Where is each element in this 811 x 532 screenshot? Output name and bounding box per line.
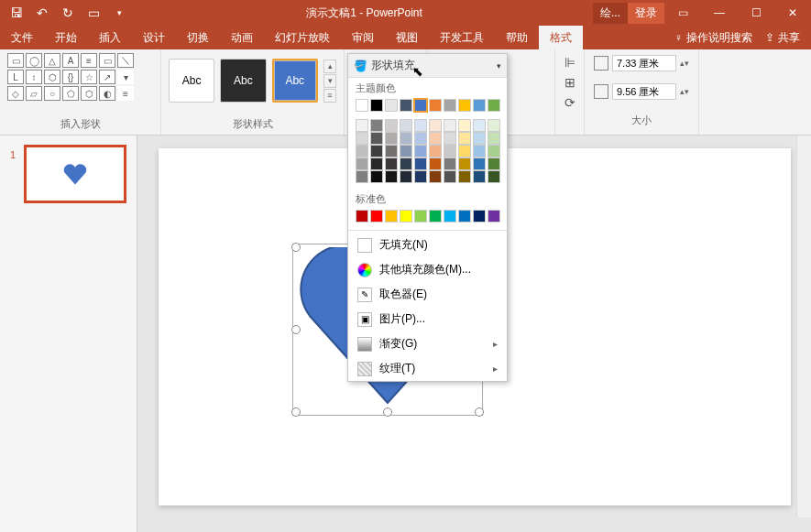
undo-icon[interactable]: ↶: [33, 4, 51, 22]
color-swatch[interactable]: [370, 157, 383, 170]
color-swatch[interactable]: [414, 210, 427, 223]
resize-handle-nw[interactable]: [291, 243, 301, 252]
color-swatch[interactable]: [488, 132, 500, 145]
save-icon[interactable]: 🖫: [7, 4, 26, 22]
color-swatch[interactable]: [400, 99, 412, 112]
shapes-gallery[interactable]: ▭◯△A≡▭＼ L↕⬡{}☆↗▾ ◇▱○⬠⬡◐≡: [7, 53, 153, 101]
gallery-up-icon[interactable]: ▴: [323, 60, 336, 73]
no-fill-item[interactable]: 无填充(N): [348, 233, 507, 257]
color-swatch[interactable]: [473, 132, 486, 145]
style-preset-1[interactable]: Abc: [169, 59, 214, 103]
color-swatch[interactable]: [488, 170, 500, 183]
rotate-icon[interactable]: ⟳: [564, 95, 575, 110]
color-swatch[interactable]: [429, 170, 442, 183]
color-swatch[interactable]: [414, 119, 427, 132]
tab-animations[interactable]: 动画: [220, 26, 264, 50]
tab-design[interactable]: 设计: [132, 26, 176, 50]
color-swatch[interactable]: [400, 170, 412, 183]
color-swatch[interactable]: [458, 99, 471, 112]
tab-slideshow[interactable]: 幻灯片放映: [264, 26, 341, 50]
color-swatch[interactable]: [473, 157, 486, 170]
redo-icon[interactable]: ↻: [59, 4, 77, 22]
color-swatch[interactable]: [370, 119, 383, 132]
color-swatch[interactable]: [444, 119, 456, 132]
color-swatch[interactable]: [370, 170, 383, 183]
tab-view[interactable]: 视图: [385, 26, 429, 50]
group-icon[interactable]: ⊞: [564, 75, 575, 90]
color-swatch[interactable]: [414, 132, 427, 145]
contextual-tab-draw[interactable]: 绘...: [593, 3, 628, 24]
gallery-down-icon[interactable]: ▾: [323, 74, 336, 88]
color-swatch[interactable]: [385, 157, 398, 170]
color-swatch[interactable]: [429, 210, 442, 223]
color-swatch[interactable]: [458, 210, 471, 223]
color-swatch[interactable]: [473, 99, 486, 112]
share-button[interactable]: ⇪共享: [765, 30, 800, 46]
maximize-icon[interactable]: ☐: [738, 0, 774, 26]
color-swatch[interactable]: [385, 119, 398, 132]
resize-handle-w[interactable]: [291, 325, 301, 334]
color-swatch[interactable]: [473, 210, 486, 223]
color-swatch[interactable]: [458, 145, 471, 157]
color-swatch[interactable]: [444, 99, 456, 112]
color-swatch[interactable]: [444, 210, 456, 223]
height-input[interactable]: [612, 55, 676, 71]
tab-insert[interactable]: 插入: [88, 26, 132, 50]
color-swatch[interactable]: [429, 99, 442, 112]
color-swatch[interactable]: [400, 157, 412, 170]
texture-fill-item[interactable]: 纹理(T)▸: [348, 356, 507, 381]
width-input[interactable]: [612, 83, 676, 100]
color-swatch[interactable]: [385, 145, 398, 157]
start-slideshow-icon[interactable]: ▭: [84, 4, 103, 22]
color-swatch[interactable]: [429, 132, 442, 145]
tab-transitions[interactable]: 切换: [176, 26, 220, 50]
color-swatch[interactable]: [356, 157, 368, 170]
color-swatch[interactable]: [385, 210, 398, 223]
close-icon[interactable]: ✕: [774, 0, 811, 26]
tab-help[interactable]: 帮助: [495, 26, 539, 50]
style-preset-2[interactable]: Abc: [220, 59, 266, 103]
color-swatch[interactable]: [444, 157, 456, 170]
tab-format[interactable]: 格式: [539, 26, 583, 50]
qat-more-icon[interactable]: ▾: [110, 4, 128, 22]
color-swatch[interactable]: [488, 99, 500, 112]
tab-developer[interactable]: 开发工具: [429, 26, 495, 50]
vertical-scrollbar[interactable]: [796, 136, 811, 517]
color-swatch[interactable]: [488, 210, 500, 223]
tab-home[interactable]: 开始: [44, 26, 88, 50]
picture-fill-item[interactable]: ▣图片(P)...: [348, 307, 507, 331]
gallery-more-icon[interactable]: ≡: [323, 89, 336, 103]
slide-thumbnail-1[interactable]: 1: [24, 145, 126, 203]
resize-handle-se[interactable]: [475, 407, 484, 417]
tab-review[interactable]: 审阅: [341, 26, 385, 50]
color-swatch[interactable]: [414, 145, 427, 157]
color-swatch[interactable]: [356, 145, 368, 157]
color-swatch[interactable]: [356, 210, 368, 223]
color-swatch[interactable]: [473, 145, 486, 157]
color-swatch[interactable]: [385, 99, 398, 112]
tab-file[interactable]: 文件: [0, 26, 44, 50]
color-swatch[interactable]: [458, 170, 471, 183]
color-swatch[interactable]: [356, 119, 368, 132]
resize-handle-s[interactable]: [383, 407, 392, 417]
color-swatch[interactable]: [385, 132, 398, 145]
shape-fill-button[interactable]: 🪣 形状填充 ▾: [348, 54, 507, 78]
style-preset-3[interactable]: Abc: [272, 59, 318, 103]
thumbnail-pane[interactable]: 1: [0, 136, 137, 532]
color-swatch[interactable]: [488, 157, 500, 170]
color-swatch[interactable]: [488, 145, 500, 157]
color-swatch[interactable]: [385, 170, 398, 183]
color-swatch[interactable]: [400, 119, 412, 132]
color-swatch[interactable]: [356, 170, 368, 183]
color-swatch[interactable]: [370, 99, 383, 112]
color-swatch[interactable]: [414, 99, 427, 112]
color-swatch[interactable]: [429, 119, 442, 132]
style-gallery[interactable]: Abc Abc Abc ▴ ▾ ≡: [169, 53, 336, 108]
resize-handle-sw[interactable]: [291, 407, 301, 417]
login-button[interactable]: 登录: [628, 3, 664, 24]
color-swatch[interactable]: [444, 132, 456, 145]
color-swatch[interactable]: [356, 99, 368, 112]
color-swatch[interactable]: [458, 119, 471, 132]
color-swatch[interactable]: [458, 157, 471, 170]
color-swatch[interactable]: [444, 170, 456, 183]
